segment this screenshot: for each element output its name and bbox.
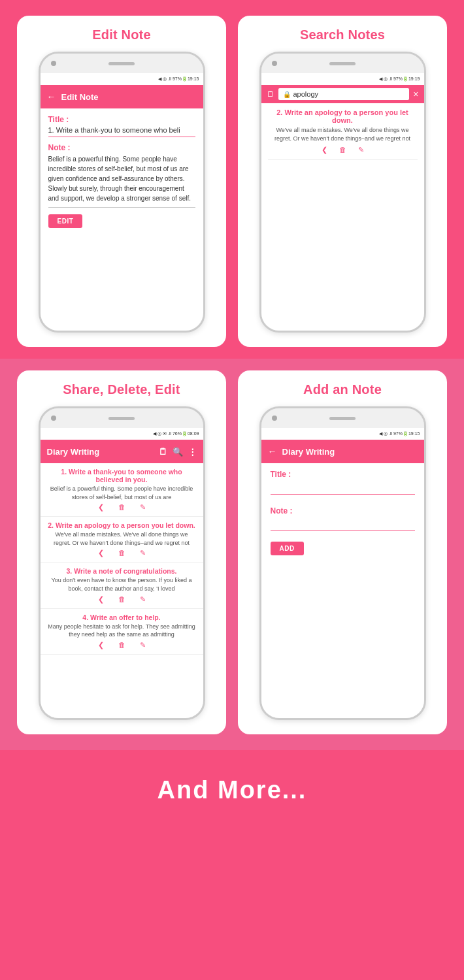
and-more-section: And More... <box>0 750 464 830</box>
list-item-title-1: 1. Write a thank-you to someone who beli… <box>47 468 197 483</box>
app-bar-3: Diary Writing 🗒 🔍 ⋮ <box>41 440 203 463</box>
title-value[interactable]: 1. Write a thank-you to someone who beli <box>48 126 195 137</box>
delete-icon-2[interactable]: 🗑 <box>118 549 125 557</box>
share-delete-edit-title: Share, Delete, Edit <box>63 382 180 397</box>
diary-title-4: Diary Writing <box>282 447 418 457</box>
status-bar-4: ◀ ◎ .ll 97%🔋19:15 <box>261 428 424 440</box>
search-result-text: We've all made mistakes. We've all done … <box>268 126 418 142</box>
back-arrow[interactable]: ← <box>47 91 56 102</box>
share-icon-1[interactable]: ❮ <box>98 503 104 512</box>
phone-screen-3: Diary Writing 🗒 🔍 ⋮ 1. Write a thank-you… <box>41 440 203 718</box>
list-item-actions-3: ❮ 🗑 ✎ <box>47 595 197 604</box>
list-item-actions-4: ❮ 🗑 ✎ <box>47 641 197 649</box>
share-delete-edit-card: Share, Delete, Edit ◀ ◎ ✉ .ll 76%🔋08:09 … <box>17 370 226 734</box>
doc-icon[interactable]: 🗒 <box>159 447 167 457</box>
edit-button[interactable]: EDIT <box>48 214 83 228</box>
search-result-title: 2. Write an apology to a person you let … <box>268 108 418 124</box>
and-more-text: And More... <box>157 776 307 804</box>
close-icon[interactable]: × <box>413 89 418 99</box>
app-bar-icons: 🗒 🔍 ⋮ <box>159 447 197 457</box>
title-label: Title : <box>48 115 195 124</box>
delete-icon-1[interactable]: 🗑 <box>118 503 125 512</box>
share-icon-4[interactable]: ❮ <box>98 641 104 649</box>
search-result-card: 2. Write an apology to a person you let … <box>268 108 418 160</box>
status-bar-3: ◀ ◎ ✉ .ll 76%🔋08:09 <box>41 428 203 440</box>
edit-icon-3[interactable]: ✎ <box>140 595 146 604</box>
status-icons-3: ◀ ◎ ✉ .ll 76%🔋08:09 <box>153 431 199 436</box>
search-doc-icon: 🔒 <box>283 91 291 98</box>
phone-screen: ← Edit Note Title : 1. Write a thank-you… <box>41 85 203 331</box>
status-icons-4: ◀ ◎ .ll 97%🔋19:15 <box>379 431 420 436</box>
add-button[interactable]: ADD <box>271 542 304 555</box>
edit-note-content: Title : 1. Write a thank-you to someone … <box>41 108 203 331</box>
title-input[interactable] <box>271 482 415 495</box>
edit-icon-2[interactable]: ✎ <box>140 549 146 557</box>
status-icons: ◀ ◎ .ll 97%🔋19:15 <box>158 76 199 82</box>
add-note-phone: ◀ ◎ .ll 97%🔋19:15 ← Diary Writing Title … <box>259 406 426 720</box>
camera-dot-3 <box>51 416 56 421</box>
add-note-title: Add an Note <box>303 382 382 397</box>
list-item-text-2: We've all made mistakes. We've all done … <box>47 531 197 547</box>
list-items: 1. Write a thank-you to someone who beli… <box>41 463 203 655</box>
list-item-title-4: 4. Write an offer to help. <box>47 613 197 621</box>
camera-dot-2 <box>272 61 277 66</box>
note-value[interactable]: Belief is a powerful thing. Some people … <box>48 154 195 208</box>
phone-top-bar-2 <box>261 54 424 73</box>
add-note-content: Title : Note : ADD <box>261 463 424 718</box>
phone-top-bar <box>41 54 203 73</box>
phone-speaker-2 <box>329 62 356 65</box>
search-notes-title: Search Notes <box>300 27 385 42</box>
note-label-4: Note : <box>271 506 415 515</box>
list-item: 2. Write an apology to a person you let … <box>41 517 203 563</box>
status-icons-2: ◀ ◎ .ll 97%🔋19:19 <box>379 76 420 82</box>
delete-icon[interactable]: 🗑 <box>339 146 346 154</box>
edit-icon-1[interactable]: ✎ <box>140 503 146 512</box>
status-bar: ◀ ◎ .ll 97%🔋19:15 <box>41 73 203 85</box>
phone-screen-4: ← Diary Writing Title : Note : ADD <box>261 440 424 718</box>
list-item-text-3: You don't even have to know the person. … <box>47 576 197 593</box>
search-bar: 🗒 🔒 apology × <box>261 85 424 103</box>
top-section: Edit Note ◀ ◎ .ll 97%🔋19:15 ← Edit Note … <box>0 0 464 359</box>
note-actions: ❮ 🗑 ✎ <box>268 146 418 154</box>
phone-top-bar-4 <box>261 408 424 428</box>
app-bar-4: ← Diary Writing <box>261 440 424 463</box>
note-input[interactable] <box>271 519 415 531</box>
title-label-4: Title : <box>271 470 415 479</box>
search-notes-card: Search Notes ◀ ◎ .ll 97%🔋19:19 🗒 🔒 apolo… <box>238 16 447 347</box>
edit-note-card: Edit Note ◀ ◎ .ll 97%🔋19:15 ← Edit Note … <box>17 16 226 347</box>
add-note-card: Add an Note ◀ ◎ .ll 97%🔋19:15 ← Diary Wr… <box>238 370 447 734</box>
app-bar-title: Edit Note <box>61 92 197 102</box>
search-icon[interactable]: 🔍 <box>173 447 183 457</box>
list-item-text-1: Belief is a powerful thing. Some people … <box>47 485 197 501</box>
edit-icon[interactable]: ✎ <box>358 146 364 154</box>
delete-icon-3[interactable]: 🗑 <box>118 595 125 604</box>
delete-icon-4[interactable]: 🗑 <box>118 641 125 649</box>
share-icon-2[interactable]: ❮ <box>98 549 104 557</box>
camera-dot-4 <box>272 416 277 421</box>
edit-note-phone: ◀ ◎ .ll 97%🔋19:15 ← Edit Note Title : 1.… <box>39 52 205 333</box>
diary-title: Diary Writing <box>47 447 154 457</box>
list-item-text-4: Many people hesitate to ask for help. Th… <box>47 623 197 639</box>
list-item: 4. Write an offer to help. Many people h… <box>41 609 203 655</box>
list-item-actions-1: ❮ 🗑 ✎ <box>47 503 197 512</box>
back-arrow-4[interactable]: ← <box>268 446 277 457</box>
phone-speaker-3 <box>108 417 135 420</box>
file-icon: 🗒 <box>267 90 274 99</box>
search-input-mock[interactable]: 🔒 apology <box>278 88 410 100</box>
list-item: 1. Write a thank-you to someone who beli… <box>41 463 203 517</box>
share-delete-phone: ◀ ◎ ✉ .ll 76%🔋08:09 Diary Writing 🗒 🔍 ⋮ … <box>39 406 205 720</box>
share-icon-3[interactable]: ❮ <box>98 595 104 604</box>
phone-speaker <box>108 62 135 65</box>
share-icon[interactable]: ❮ <box>322 146 327 154</box>
search-value: apology <box>293 90 319 98</box>
list-item-actions-2: ❮ 🗑 ✎ <box>47 549 197 557</box>
status-bar-2: ◀ ◎ .ll 97%🔋19:19 <box>261 73 424 85</box>
search-notes-phone: ◀ ◎ .ll 97%🔋19:19 🗒 🔒 apology × 2. Write… <box>259 52 426 333</box>
phone-screen-2: 🗒 🔒 apology × 2. Write an apology to a p… <box>261 85 424 331</box>
phone-speaker-4 <box>329 417 356 420</box>
bottom-section: Share, Delete, Edit ◀ ◎ ✉ .ll 76%🔋08:09 … <box>0 359 464 750</box>
app-bar: ← Edit Note <box>41 85 203 108</box>
edit-note-title: Edit Note <box>92 27 151 42</box>
more-icon[interactable]: ⋮ <box>188 447 197 457</box>
edit-icon-4[interactable]: ✎ <box>140 641 146 649</box>
